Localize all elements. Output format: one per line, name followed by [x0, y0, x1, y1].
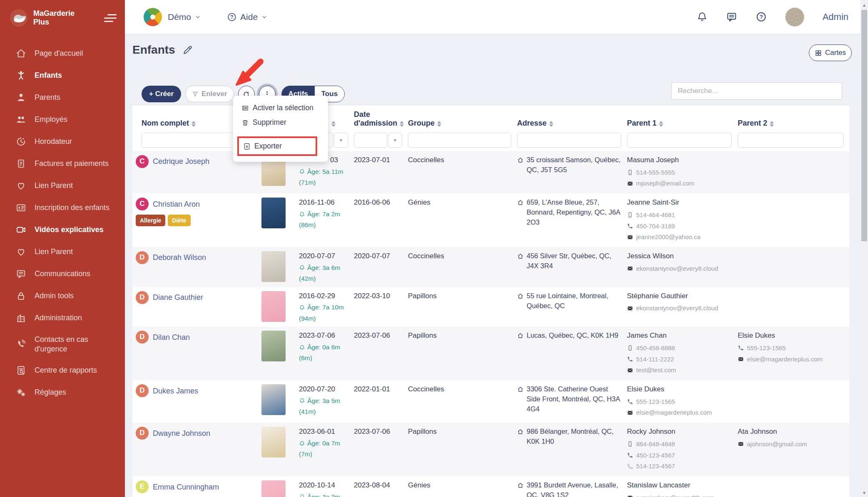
sort-icon[interactable]: [331, 121, 336, 128]
sidebar-item-lien-parent[interactable]: Lien Parent: [0, 175, 125, 197]
org-switcher[interactable]: Démo: [168, 12, 201, 22]
column-header-parent-2[interactable]: Parent 2: [738, 119, 849, 128]
sort-icon[interactable]: [659, 121, 663, 128]
sort-icon[interactable]: [192, 121, 196, 128]
user-name: Admin: [823, 12, 848, 22]
help-menu[interactable]: Aide: [227, 12, 268, 22]
filter-date-naissance-select[interactable]: ▾: [334, 133, 348, 148]
sidebar-item-lien-parent[interactable]: Lien Parent: [0, 241, 125, 263]
child-name-link[interactable]: Dwayne Johnson: [153, 428, 210, 439]
sort-icon[interactable]: [770, 121, 774, 128]
child-photo: [261, 251, 286, 282]
column-header-adresse[interactable]: Adresse: [517, 119, 627, 128]
sidebar-item-inscription-des-enfants[interactable]: Inscription des enfants: [0, 197, 125, 219]
remove-filter-button[interactable]: Enlever: [185, 86, 234, 102]
mobile-icon: [627, 169, 633, 176]
filter-date-admission[interactable]: [354, 133, 387, 148]
table-row[interactable]: D Dilan Chan 2023-07-06 Âge: 0a 6m (6m) …: [132, 326, 849, 380]
contact-mobile: 514-555-5555: [627, 168, 732, 177]
sidebar-menu: Page d'accueilEnfantsParentsEmployésHoro…: [0, 42, 125, 403]
messages-icon[interactable]: [726, 11, 737, 22]
cards-view-label: Cartes: [825, 49, 846, 57]
sort-icon[interactable]: [400, 121, 404, 128]
notifications-bell-icon[interactable]: [696, 11, 708, 22]
heart-icon: [16, 181, 26, 191]
menu-item-exporter[interactable]: Exporter: [239, 138, 316, 154]
age-bell-icon: [299, 344, 305, 351]
age-line: Âge: 5a 11m: [299, 167, 348, 176]
sidebar-item-administration[interactable]: Administration: [0, 307, 125, 329]
parent-1-cell: Jessica Wilsonekonstantynov@every8.cloud: [627, 247, 738, 287]
support-question-icon[interactable]: [756, 11, 767, 22]
filter-adresse[interactable]: [517, 133, 621, 148]
filter-date-admission-select[interactable]: ▾: [388, 133, 402, 148]
child-name-link[interactable]: Diane Gauthier: [153, 292, 203, 303]
age-line: Âge: 7a 10m: [299, 303, 348, 312]
user-avatar[interactable]: [785, 7, 804, 27]
sidebar-item-reglages[interactable]: Réglages: [0, 381, 125, 403]
menu-item-activer-la-selection[interactable]: Activer la sélection: [233, 101, 328, 115]
scroll-down-arrow[interactable]: ▼: [861, 490, 868, 495]
child-name-link[interactable]: Christian Aron: [153, 199, 200, 210]
child-name-link[interactable]: Emma Cunningham: [153, 482, 219, 492]
child-name-link[interactable]: Deborah Wilson: [153, 252, 206, 263]
idcard-icon: [16, 203, 26, 213]
grid-icon: [815, 49, 822, 57]
age-line: Âge: 7a 2m: [299, 210, 348, 219]
hamburger-menu-icon[interactable]: [104, 14, 117, 22]
filter-parent-2[interactable]: [738, 133, 843, 148]
filter-groupe[interactable]: [408, 133, 511, 148]
table-row[interactable]: E Emma Cunningham 2020-10-14 Âge: 3a 3m …: [132, 476, 849, 497]
birth-date: 2016-02-29: [299, 291, 348, 302]
parent-2-cell: [738, 476, 849, 497]
house-icon: [517, 386, 524, 393]
sidebar-item-employes[interactable]: Employés: [0, 109, 125, 131]
badge-diete: Diète: [168, 215, 190, 226]
cards-view-button[interactable]: Cartes: [809, 45, 852, 61]
sort-icon[interactable]: [437, 121, 441, 128]
sidebar-item-label: Lien Parent: [35, 247, 73, 257]
sidebar-item-label: Contacts en cas d'urgence: [35, 335, 118, 354]
sidebar-item-communications[interactable]: Communications: [0, 263, 125, 285]
page-scrollbar[interactable]: ▲ ▼: [861, 0, 868, 497]
table-row[interactable]: D Diane Gauthier 2016-02-29 Âge: 7a 10m …: [132, 287, 849, 327]
sidebar-item-factures-et-paiements[interactable]: Factures et paiements: [0, 153, 125, 175]
child-name-link[interactable]: Dilan Chan: [153, 332, 190, 343]
filter-parent-1[interactable]: [627, 133, 732, 148]
scroll-up-arrow[interactable]: ▲: [861, 2, 868, 7]
sidebar-item-page-d-accueil[interactable]: Page d'accueil: [0, 42, 125, 64]
table-row[interactable]: D Dukes James 2020-07-20 Âge: 3a 5m (41m…: [132, 380, 849, 423]
sidebar-item-contacts-en-cas-d-urgence[interactable]: Contacts en cas d'urgence: [0, 329, 125, 359]
sidebar-item-parents[interactable]: Parents: [0, 87, 125, 109]
sidebar-item-label: Inscription des enfants: [35, 203, 109, 213]
parent-name: Elsie Dukes: [627, 384, 732, 395]
scrollbar-thumb[interactable]: [861, 10, 867, 241]
sidebar-item-enfants[interactable]: Enfants: [0, 64, 125, 87]
phone-icon: [627, 356, 633, 362]
child-name-link[interactable]: Cedrique Joseph: [153, 156, 209, 167]
house-icon: [517, 157, 524, 163]
table-row[interactable]: C Christian Aron AllergieDiète 2016-11-0…: [132, 193, 849, 247]
create-button[interactable]: + Créer: [142, 86, 181, 102]
list-icon: [241, 104, 249, 112]
menu-item-label: Activer la sélection: [253, 104, 313, 112]
column-header-parent-1[interactable]: Parent 1: [627, 119, 738, 128]
table-row[interactable]: D Deborah Wilson 2020-07-07 Âge: 3a 6m (…: [132, 247, 849, 287]
create-label: + Créer: [149, 90, 174, 98]
table-row[interactable]: D Dwayne Johnson 2023-06-01 Âge: 0a 7m (…: [132, 423, 849, 476]
sort-icon[interactable]: [549, 121, 553, 128]
birth-date: 2020-07-07: [299, 251, 348, 262]
sidebar-item-admin-tools[interactable]: Admin tools: [0, 285, 125, 307]
column-header-date-d-admission[interactable]: Date d'admission: [354, 110, 403, 128]
child-name-link[interactable]: Dukes James: [153, 386, 198, 396]
sidebar-item-videos-explicatives[interactable]: Vidéos explicatives: [0, 219, 125, 241]
contact-value: elsie@magarderieplus.com: [636, 408, 712, 417]
column-header-groupe[interactable]: Groupe: [408, 119, 517, 128]
edit-title-pencil-icon[interactable]: [182, 45, 193, 56]
chevron-down-icon: [261, 14, 268, 20]
menu-item-supprimer[interactable]: Supprimer: [233, 115, 328, 130]
sidebar-item-horodateur[interactable]: Horodateur: [0, 131, 125, 153]
sidebar-item-centre-de-rapports[interactable]: Centre de rapports: [0, 359, 125, 381]
email-icon: [738, 441, 744, 447]
search-input[interactable]: [672, 82, 842, 100]
